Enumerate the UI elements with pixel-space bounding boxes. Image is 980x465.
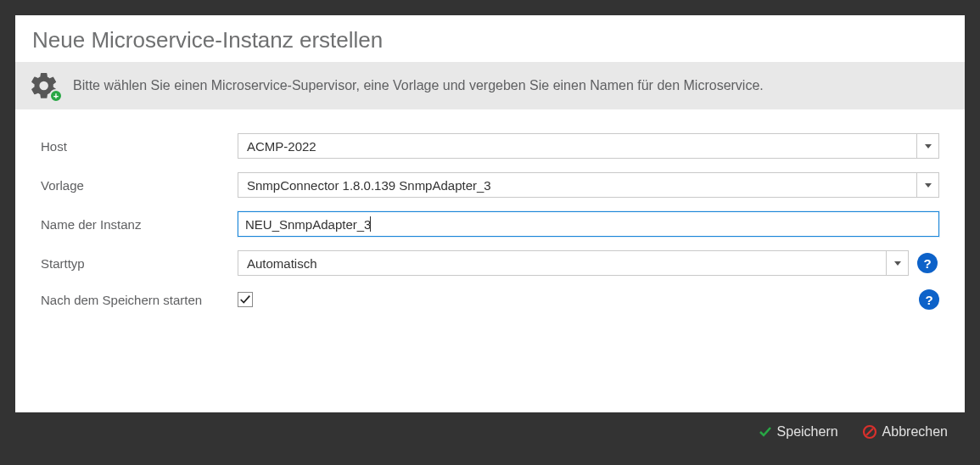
plus-badge-icon: + [49,89,63,103]
host-value: ACMP-2022 [238,139,916,154]
cancel-label: Abbrechen [882,424,948,440]
info-bar: + Bitte wählen Sie einen Microservice-Su… [15,62,965,109]
form: Host ACMP-2022 Vorlage SnmpConnector 1.8… [15,109,965,318]
row-instance-name: Name der Instanz NEU_SnmpAdapter_3 [41,211,939,237]
dialog-footer: Speichern Abbrechen [15,414,965,450]
chevron-down-icon [894,261,901,266]
host-dropdown[interactable]: ACMP-2022 [238,133,939,159]
template-dropdown-button[interactable] [916,173,938,197]
svg-line-1 [866,429,873,435]
start-after-save-checkbox[interactable] [238,292,253,307]
row-start-type: Starttyp Automatisch ? [41,250,939,276]
modal-title: Neue Microservice-Instanz erstellen [15,15,965,62]
modal-dialog: Neue Microservice-Instanz erstellen + Bi… [15,15,965,412]
help-icon[interactable]: ? [919,289,939,310]
text-caret [370,216,371,232]
info-text: Bitte wählen Sie einen Microservice-Supe… [73,78,764,93]
host-dropdown-button[interactable] [916,134,938,158]
label-host: Host [41,139,238,154]
save-label: Speichern [777,424,838,440]
cancel-icon [862,424,877,440]
row-host: Host ACMP-2022 [41,133,939,159]
label-start-after-save: Nach dem Speichern starten [41,293,238,307]
help-icon[interactable]: ? [917,253,938,273]
instance-name-input[interactable]: NEU_SnmpAdapter_3 [238,211,939,237]
chevron-down-icon [925,144,932,148]
row-start-after-save: Nach dem Speichern starten ? [41,289,939,310]
row-template: Vorlage SnmpConnector 1.8.0.139 SnmpAdap… [41,172,939,198]
instance-name-value: NEU_SnmpAdapter_3 [245,217,371,232]
cancel-button[interactable]: Abbrechen [862,424,948,440]
checkmark-icon [759,425,772,439]
label-template: Vorlage [41,178,238,193]
save-button[interactable]: Speichern [759,424,838,440]
label-instance-name: Name der Instanz [41,217,238,232]
gear-plus-icon: + [27,70,61,101]
chevron-down-icon [925,183,932,188]
start-type-dropdown-button[interactable] [886,251,908,275]
start-type-dropdown[interactable]: Automatisch [238,250,909,276]
template-dropdown[interactable]: SnmpConnector 1.8.0.139 SnmpAdapter_3 [238,172,939,198]
check-icon [239,294,251,305]
template-value: SnmpConnector 1.8.0.139 SnmpAdapter_3 [238,178,916,193]
label-start-type: Starttyp [41,256,238,271]
start-type-value: Automatisch [238,256,886,271]
